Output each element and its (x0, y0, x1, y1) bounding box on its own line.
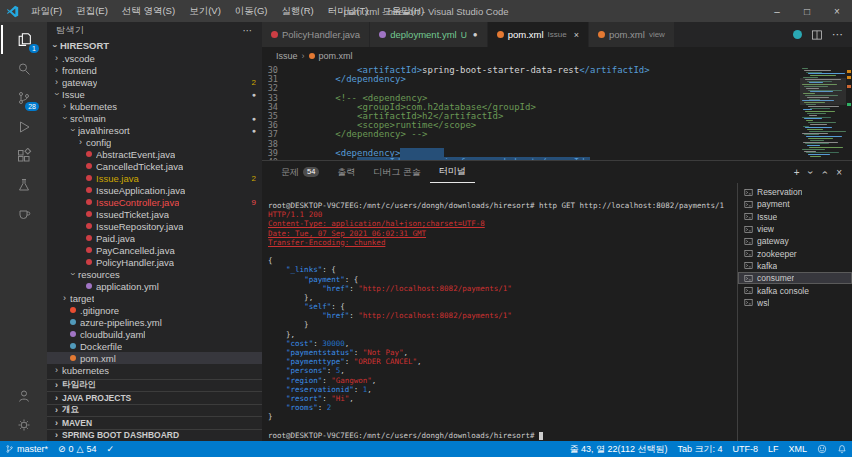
tree-item-Dockerfile[interactable]: Dockerfile (47, 340, 262, 352)
tree-item-resources[interactable]: ›resources (47, 268, 262, 280)
more-editor-actions-icon[interactable]: ⋯ (832, 28, 843, 41)
problems-indicator[interactable]: ⊘ 0 △ 54 (53, 441, 102, 457)
tree-item-IssueController.java[interactable]: IssueController.java9 (47, 196, 262, 208)
cursor-position[interactable]: 줄 43, 열 22(112 선택됨) (565, 441, 673, 457)
terminal-session-kafka console[interactable]: kafka console (738, 284, 852, 296)
git-status-letter: U (461, 30, 467, 40)
window-controls: – □ × (762, 0, 852, 22)
tree-item-AbstractEvent.java[interactable]: AbstractEvent.java (47, 148, 262, 160)
menu-item[interactable]: 파일(F) (24, 0, 69, 22)
tree-item-Paid.java[interactable]: Paid.java (47, 232, 262, 244)
tree-item-.gitignore[interactable]: .gitignore (47, 304, 262, 316)
menu-item[interactable]: 이동(G) (228, 0, 275, 22)
extension-status-icon[interactable] (793, 30, 802, 39)
tab-PolicyHandler.java[interactable]: PolicyHandler.java (262, 22, 370, 47)
terminal-session-Reservation[interactable]: Reservation (738, 186, 852, 198)
sidebar-section-개요[interactable]: ›개요 (47, 404, 262, 417)
menu-item[interactable]: 편집(E) (69, 0, 115, 22)
sidebar-section-SPRING BOOT DASHBOARD[interactable]: ›SPRING BOOT DASHBOARD (47, 429, 262, 442)
tree-item-config[interactable]: ›config (47, 136, 262, 148)
feedback-smiley-icon[interactable] (812, 441, 832, 457)
tree-root-hiresort[interactable]: › HIRESORT (47, 39, 262, 52)
new-terminal-icon[interactable]: + (794, 167, 800, 178)
accounts-icon[interactable] (1, 381, 46, 410)
encoding-setting[interactable]: UTF-8 (727, 441, 763, 457)
more-actions-icon[interactable]: ⋯ (243, 25, 254, 36)
panel-tab-디버그 콘솔[interactable]: 디버그 콘솔 (364, 161, 430, 183)
tab-pom.xml[interactable]: pom.xmlIssue× (488, 22, 589, 47)
settings-gear-icon[interactable] (1, 410, 46, 439)
language-mode[interactable]: XML (783, 441, 812, 457)
tree-item-kubernetes[interactable]: ›kubernetes (47, 100, 262, 112)
tree-item-pom.xml[interactable]: pom.xml (47, 352, 262, 364)
problem-count-badge: 2 (252, 78, 256, 87)
activity-run-debug-icon[interactable] (1, 112, 46, 141)
terminal-session-Issue[interactable]: Issue (738, 211, 852, 223)
tab-deployment.yml[interactable]: deployment.ymlU● (370, 22, 488, 47)
breadcrumb-item-folder[interactable]: Issue (276, 51, 298, 61)
minimap-slider[interactable] (800, 78, 846, 105)
indentation-setting[interactable]: Tab 크기: 4 (672, 441, 727, 457)
tree-item-PolicyHandler.java[interactable]: PolicyHandler.java (47, 256, 262, 268)
activity-search-icon[interactable] (1, 54, 46, 83)
tree-item-PayCancelled.java[interactable]: PayCancelled.java (47, 244, 262, 256)
tab-pom.xml[interactable]: pom.xmlview (589, 22, 675, 47)
terminal-session-wsl[interactable]: wsl (738, 297, 852, 309)
menu-item[interactable]: 실행(R) (275, 0, 321, 22)
minimap[interactable] (800, 65, 846, 160)
tree-item-IssuedTicket.java[interactable]: IssuedTicket.java (47, 208, 262, 220)
terminal-output[interactable]: root@DESKTOP-V9C7EEG:/mnt/c/users/dongh/… (262, 183, 737, 441)
terminal-session-consumer[interactable]: consumer (738, 272, 852, 284)
minimize-button[interactable]: – (762, 0, 792, 22)
tree-item-java\hiresort[interactable]: ›java\hiresort● (47, 124, 262, 136)
tree-item-.vscode[interactable]: ›.vscode (47, 52, 262, 64)
tree-item-cloudbuild.yaml[interactable]: cloudbuild.yaml (47, 328, 262, 340)
panel-tab-출력[interactable]: 출력 (328, 161, 364, 183)
tree-item-azure-pipelines.yml[interactable]: azure-pipelines.yml (47, 316, 262, 328)
breadcrumb-item-file[interactable]: pom.xml (319, 51, 353, 61)
tree-item-label: src\main (70, 113, 106, 124)
eol-setting[interactable]: LF (763, 441, 784, 457)
activity-explorer-icon[interactable]: 1 (1, 25, 46, 54)
activity-source-control-icon[interactable]: 28 (1, 83, 46, 112)
menu-item[interactable]: 선택 영역(S) (115, 0, 182, 22)
tree-item-application.yml[interactable]: application.yml (47, 280, 262, 292)
terminal-session-gateway[interactable]: gateway (738, 235, 852, 247)
sidebar-section-MAVEN[interactable]: ›MAVEN (47, 416, 262, 429)
activity-test-icon[interactable] (1, 170, 46, 199)
notifications-bell-icon[interactable] (832, 441, 852, 457)
close-window-button[interactable]: × (822, 0, 852, 22)
terminal-session-view[interactable]: view (738, 223, 852, 235)
panel-tab-문제[interactable]: 문제54 (272, 161, 328, 183)
maximize-panel-icon[interactable]: › (819, 170, 830, 173)
tree-item-label: target (70, 293, 94, 304)
branch-indicator[interactable]: master* (0, 441, 53, 457)
tree-item-Issue.java[interactable]: Issue.java2 (47, 172, 262, 184)
tree-item-Issue[interactable]: ›Issue● (47, 88, 262, 100)
tree-item-src\main[interactable]: ›src\main● (47, 112, 262, 124)
sidebar-section-타임라인[interactable]: ›타임라인 (47, 379, 262, 392)
panel-tab-터미널[interactable]: 터미널 (430, 161, 475, 183)
terminal-session-payment[interactable]: payment (738, 198, 852, 210)
activity-extensions-icon[interactable] (1, 141, 46, 170)
tree-item-IssueRepository.java[interactable]: IssueRepository.java (47, 220, 262, 232)
tree-item-kubernetes[interactable]: ›kubernetes (47, 364, 262, 376)
terminal-session-kafka[interactable]: kafka (738, 260, 852, 272)
code-editor[interactable]: 30 <artifactId>spring-boot-starter-data-… (262, 65, 800, 160)
sidebar-section-JAVA PROJECTS[interactable]: ›JAVA PROJECTS (47, 391, 262, 404)
activity-spring-boot-icon[interactable] (1, 199, 46, 228)
menu-item[interactable]: 보기(V) (182, 0, 228, 22)
tree-item-label: AbstractEvent.java (96, 149, 175, 160)
terminal-session-zookeeper[interactable]: zookeeper (738, 247, 852, 259)
tree-item-frontend[interactable]: ›frontend (47, 64, 262, 76)
tree-item-IssueApplication.java[interactable]: IssueApplication.java (47, 184, 262, 196)
close-tab-icon[interactable]: × (574, 30, 579, 40)
close-panel-icon[interactable]: × (836, 167, 842, 178)
maximize-button[interactable]: □ (792, 0, 822, 22)
tree-item-gateway[interactable]: ›gateway2 (47, 76, 262, 88)
split-editor-icon[interactable] (811, 29, 823, 41)
tree-item-CancelledTicket.java[interactable]: CancelledTicket.java (47, 160, 262, 172)
terminal-dropdown-icon[interactable]: › (806, 170, 817, 173)
tree-item-target[interactable]: ›target (47, 292, 262, 304)
status-check-icon[interactable]: ✓ (102, 441, 120, 457)
